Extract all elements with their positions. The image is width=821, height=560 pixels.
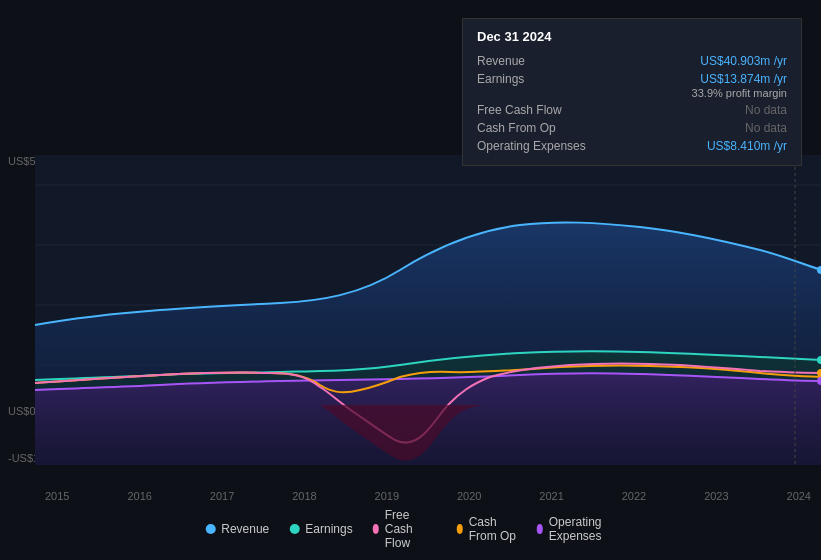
tooltip-row-fcf: Free Cash Flow No data	[477, 101, 787, 119]
tooltip-date: Dec 31 2024	[477, 29, 787, 44]
x-axis: 2015 2016 2017 2018 2019 2020 2021 2022 …	[35, 490, 821, 502]
legend-dot-cashfromop	[457, 524, 463, 534]
tooltip-row-revenue: Revenue US$40.903m /yr	[477, 52, 787, 70]
chart-svg	[0, 155, 821, 465]
x-label-2015: 2015	[45, 490, 69, 502]
tooltip-label-earnings: Earnings	[477, 72, 597, 86]
legend-dot-opex	[537, 524, 543, 534]
legend-item-earnings[interactable]: Earnings	[289, 522, 352, 536]
tooltip-sub-earnings: 33.9% profit margin	[692, 87, 787, 99]
legend-label-cashfromop: Cash From Op	[469, 515, 517, 543]
x-label-2022: 2022	[622, 490, 646, 502]
chart-legend: Revenue Earnings Free Cash Flow Cash Fro…	[205, 508, 616, 550]
legend-label-fcf: Free Cash Flow	[385, 508, 437, 550]
legend-item-opex[interactable]: Operating Expenses	[537, 515, 616, 543]
tooltip-row-earnings: Earnings US$13.874m /yr 33.9% profit mar…	[477, 70, 787, 101]
x-label-2024: 2024	[787, 490, 811, 502]
tooltip-row-opex: Operating Expenses US$8.410m /yr	[477, 137, 787, 155]
tooltip-label-opex: Operating Expenses	[477, 139, 597, 153]
legend-label-revenue: Revenue	[221, 522, 269, 536]
x-label-2021: 2021	[539, 490, 563, 502]
tooltip-value-fcf: No data	[597, 103, 787, 117]
chart-container: Dec 31 2024 Revenue US$40.903m /yr Earni…	[0, 0, 821, 560]
tooltip-box: Dec 31 2024 Revenue US$40.903m /yr Earni…	[462, 18, 802, 166]
x-label-2017: 2017	[210, 490, 234, 502]
tooltip-value-earnings: US$13.874m /yr	[692, 72, 787, 86]
tooltip-value-opex: US$8.410m /yr	[597, 139, 787, 153]
x-label-2023: 2023	[704, 490, 728, 502]
legend-label-earnings: Earnings	[305, 522, 352, 536]
x-label-2016: 2016	[127, 490, 151, 502]
legend-dot-revenue	[205, 524, 215, 534]
tooltip-label-revenue: Revenue	[477, 54, 597, 68]
x-label-2018: 2018	[292, 490, 316, 502]
legend-item-cashfromop[interactable]: Cash From Op	[457, 515, 517, 543]
tooltip-row-cashfromop: Cash From Op No data	[477, 119, 787, 137]
legend-dot-earnings	[289, 524, 299, 534]
x-label-2019: 2019	[375, 490, 399, 502]
tooltip-value-revenue: US$40.903m /yr	[597, 54, 787, 68]
legend-dot-fcf	[373, 524, 379, 534]
legend-item-fcf[interactable]: Free Cash Flow	[373, 508, 437, 550]
legend-label-opex: Operating Expenses	[549, 515, 616, 543]
x-label-2020: 2020	[457, 490, 481, 502]
tooltip-label-cashfromop: Cash From Op	[477, 121, 597, 135]
legend-item-revenue[interactable]: Revenue	[205, 522, 269, 536]
tooltip-value-cashfromop: No data	[597, 121, 787, 135]
tooltip-label-fcf: Free Cash Flow	[477, 103, 597, 117]
